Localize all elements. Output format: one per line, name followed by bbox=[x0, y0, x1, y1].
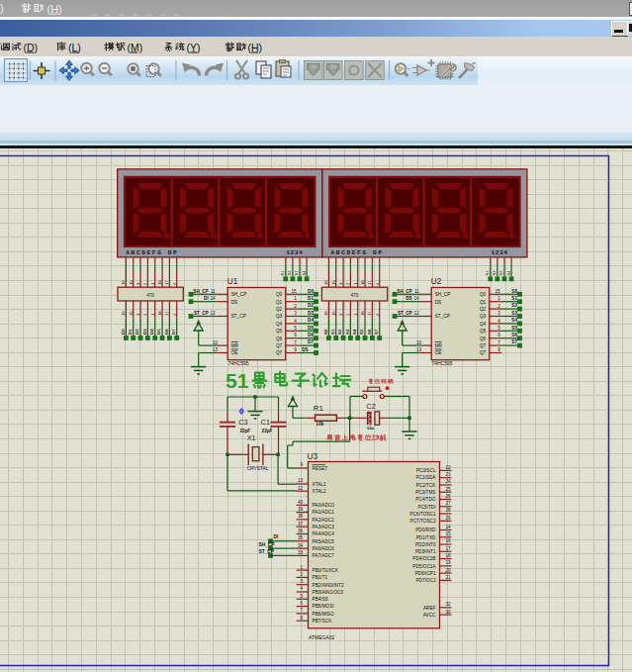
svg-text:PA3/ADC3: PA3/ADC3 bbox=[313, 525, 335, 529]
svg-text:18: 18 bbox=[360, 280, 365, 285]
svg-text:4: 4 bbox=[294, 319, 297, 324]
svg-text:PB2/AIN0/INT2: PB2/AIN0/INT2 bbox=[313, 583, 344, 588]
svg-text:15: 15 bbox=[446, 531, 452, 536]
svg-text:Q6: Q6 bbox=[276, 336, 283, 341]
svg-text:S2: S2 bbox=[287, 270, 292, 276]
svg-text:32: 32 bbox=[446, 602, 452, 607]
svg-text:1: 1 bbox=[300, 565, 303, 570]
svg-text:PD7/OC2: PD7/OC2 bbox=[415, 578, 435, 583]
svg-text:8: 8 bbox=[300, 616, 303, 621]
svg-text:S6: S6 bbox=[367, 329, 372, 335]
svg-text:1: 1 bbox=[497, 296, 500, 301]
svg-text:S5: S5 bbox=[511, 326, 517, 331]
svg-text:ABCDEFG DP: ABCDEFG DP bbox=[126, 249, 178, 256]
svg-text:C3: C3 bbox=[238, 418, 247, 427]
svg-text:10: 10 bbox=[416, 340, 422, 345]
svg-text:PB5/MOSI: PB5/MOSI bbox=[313, 604, 334, 609]
svg-text:S7: S7 bbox=[374, 329, 379, 335]
svg-text:D5: D5 bbox=[308, 326, 314, 331]
svg-text:19: 19 bbox=[446, 560, 452, 565]
svg-text:OE: OE bbox=[231, 350, 238, 355]
svg-text:24: 24 bbox=[446, 479, 452, 484]
svg-text:(D): (D) bbox=[24, 42, 39, 53]
svg-text:Q0: Q0 bbox=[480, 292, 487, 297]
svg-text:27: 27 bbox=[446, 501, 452, 506]
svg-text:10k: 10k bbox=[316, 422, 324, 427]
svg-text:Q2: Q2 bbox=[480, 307, 487, 312]
svg-text:Q3: Q3 bbox=[480, 314, 487, 319]
svg-text:PC3/TMS: PC3/TMS bbox=[415, 490, 435, 495]
svg-text:S3: S3 bbox=[345, 329, 350, 335]
svg-text:12: 12 bbox=[211, 311, 217, 316]
svg-text:11: 11 bbox=[211, 289, 216, 294]
svg-text:Q4: Q4 bbox=[480, 322, 487, 327]
svg-text:S4: S4 bbox=[511, 318, 517, 323]
svg-text:13: 13 bbox=[298, 478, 304, 483]
svg-text:C1: C1 bbox=[261, 418, 270, 427]
svg-text:74HC595: 74HC595 bbox=[431, 360, 452, 366]
svg-text:38: 38 bbox=[298, 514, 304, 519]
svg-text:ST_CP: ST_CP bbox=[231, 314, 246, 319]
svg-text:S1: S1 bbox=[280, 270, 285, 276]
svg-text:U1: U1 bbox=[227, 277, 238, 286]
svg-text:S2: S2 bbox=[337, 329, 342, 335]
svg-text:S3: S3 bbox=[294, 270, 299, 276]
svg-text:9: 9 bbox=[497, 347, 500, 352]
svg-text:(Y): (Y) bbox=[187, 42, 201, 53]
svg-text:D2: D2 bbox=[308, 303, 314, 308]
svg-text:16: 16 bbox=[323, 311, 328, 316]
svg-text:PD2/INT0: PD2/INT0 bbox=[415, 542, 436, 547]
svg-text:21: 21 bbox=[446, 575, 452, 580]
svg-text:PA7/ADC7: PA7/ADC7 bbox=[313, 553, 335, 558]
svg-text:S5: S5 bbox=[359, 329, 364, 335]
svg-text:15: 15 bbox=[331, 311, 336, 316]
svg-text:S3: S3 bbox=[511, 311, 517, 316]
svg-text:17: 17 bbox=[367, 280, 372, 285]
svg-text:XTAL1: XTAL1 bbox=[313, 482, 326, 487]
svg-text:51: 51 bbox=[226, 369, 249, 392]
svg-text:SH_CP: SH_CP bbox=[259, 542, 276, 547]
svg-text:DS: DS bbox=[435, 300, 442, 305]
svg-text:22pF: 22pF bbox=[262, 429, 273, 433]
svg-text:34: 34 bbox=[298, 543, 304, 548]
svg-text:PB3/AIN1/OC0: PB3/AIN1/OC0 bbox=[313, 590, 344, 595]
svg-text:39: 39 bbox=[298, 507, 304, 512]
svg-text:D5: D5 bbox=[156, 329, 161, 335]
svg-text:33: 33 bbox=[298, 550, 304, 555]
svg-text:SH_CP: SH_CP bbox=[397, 289, 411, 294]
svg-text:470: 470 bbox=[351, 293, 359, 298]
svg-text:AREF: AREF bbox=[423, 606, 436, 611]
svg-text:12: 12 bbox=[414, 311, 420, 316]
svg-text:S4: S4 bbox=[302, 270, 307, 276]
svg-text:5: 5 bbox=[497, 326, 500, 331]
svg-text:7: 7 bbox=[497, 340, 500, 345]
svg-text:Q1: Q1 bbox=[480, 300, 487, 305]
svg-text:DS: DS bbox=[231, 300, 238, 305]
svg-text:29: 29 bbox=[446, 516, 452, 521]
svg-text:OE: OE bbox=[435, 350, 442, 355]
svg-text:SH_CP: SH_CP bbox=[435, 292, 451, 297]
svg-text:PA2/ADC2: PA2/ADC2 bbox=[313, 518, 335, 523]
svg-text:ST_CP: ST_CP bbox=[435, 314, 450, 319]
svg-text:14: 14 bbox=[414, 296, 420, 301]
svg-text:Q3: Q3 bbox=[276, 314, 283, 319]
svg-text:Q4: Q4 bbox=[276, 322, 283, 327]
svg-text:PC4/TDO: PC4/TDO bbox=[415, 497, 436, 502]
svg-text:SH_CP: SH_CP bbox=[193, 289, 208, 294]
svg-text:S2: S2 bbox=[511, 303, 517, 308]
svg-text:ST_CP: ST_CP bbox=[398, 311, 412, 316]
svg-text:PA5/ADC5: PA5/ADC5 bbox=[313, 539, 335, 544]
svg-text:S4: S4 bbox=[506, 270, 511, 276]
svg-text:20: 20 bbox=[446, 568, 452, 573]
svg-text:37: 37 bbox=[298, 522, 304, 527]
svg-text:15: 15 bbox=[331, 280, 336, 285]
svg-text:S6: S6 bbox=[511, 333, 517, 337]
svg-text:DS: DS bbox=[302, 347, 309, 352]
svg-text:PD4/OC1B: PD4/OC1B bbox=[412, 556, 435, 561]
svg-text:R1: R1 bbox=[314, 404, 324, 413]
svg-text:9: 9 bbox=[300, 462, 303, 467]
svg-text:1234: 1234 bbox=[286, 249, 303, 256]
svg-text:S1: S1 bbox=[511, 296, 517, 301]
svg-text:4: 4 bbox=[497, 319, 500, 324]
svg-text:6: 6 bbox=[300, 601, 303, 606]
